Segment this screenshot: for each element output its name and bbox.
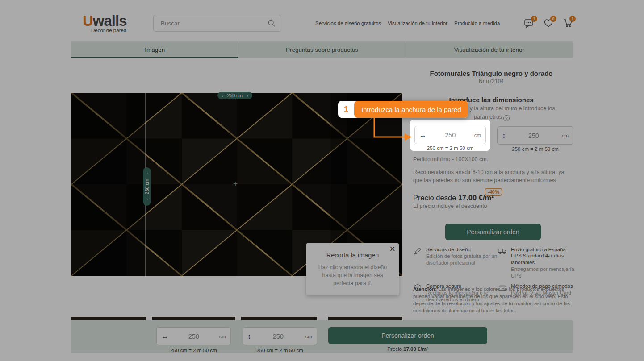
width-input-group: ↔ cm	[414, 126, 486, 144]
width-arrow-icon: ↔	[419, 131, 427, 139]
width-input-spotlight: ↔ cm 250 cm = 2 m 50 cm	[410, 120, 490, 151]
page: Uwalls Decor de pared Servicios de diseñ…	[0, 0, 644, 361]
tour-tooltip: 1 Introduzca la anchura de la pared	[338, 101, 468, 118]
width-unit: cm	[474, 133, 481, 138]
tour-step-label: Introduzca la anchura de la pared	[354, 101, 468, 118]
tour-arrow-connector	[371, 117, 415, 142]
width-input[interactable]	[427, 132, 474, 139]
tour-dim-overlay	[0, 0, 644, 361]
width-conversion: 250 cm = 2 m 50 cm	[410, 145, 490, 151]
tour-step-number: 1	[338, 101, 354, 118]
